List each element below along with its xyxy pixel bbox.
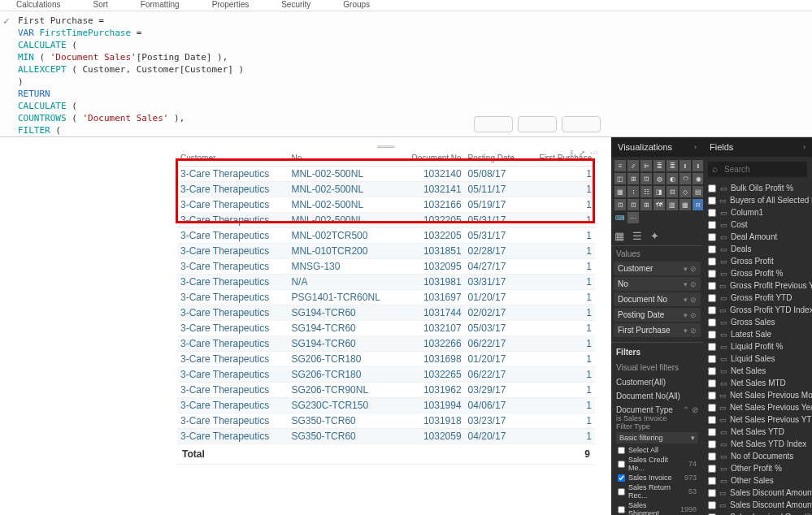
- field-well[interactable]: Document No▾ ⊘: [614, 292, 701, 306]
- viz-type-icon[interactable]: ⊞: [627, 173, 639, 184]
- viz-type-icon[interactable]: ⊟: [667, 186, 678, 197]
- drag-handle-icon[interactable]: ═══: [177, 142, 595, 150]
- more-icon[interactable]: ⋯: [590, 149, 598, 158]
- format-btn-3[interactable]: [562, 116, 601, 132]
- table-row[interactable]: 3-Care TherapeuticsSG194-TCR60103210705/…: [177, 321, 595, 336]
- field-item[interactable]: ▭Net Sales Previous YTD: [703, 413, 812, 426]
- field-well[interactable]: Customer▾ ⊘: [614, 262, 701, 275]
- viz-type-icon[interactable]: ⊡: [640, 173, 652, 184]
- fields-tab-icon[interactable]: ▦: [614, 230, 624, 242]
- viz-type-icon[interactable]: ⫾: [693, 160, 704, 171]
- field-item[interactable]: ▭Gross Profit YTD Index: [703, 304, 812, 316]
- ribbon-sort[interactable]: Sort: [76, 0, 124, 11]
- field-item[interactable]: ▭Other Profit %: [703, 462, 812, 474]
- filter-item[interactable]: Document No(All): [611, 389, 703, 403]
- ribbon-security[interactable]: Security: [265, 0, 327, 11]
- field-item[interactable]: ▭Cost: [703, 219, 812, 231]
- field-item[interactable]: ▭Net Sales: [703, 365, 812, 377]
- filter-option[interactable]: Sales Credit Me...74: [616, 455, 698, 473]
- viz-type-icon[interactable]: ◇: [680, 186, 691, 197]
- viz-type-icon[interactable]: ▥: [667, 199, 678, 210]
- table-row[interactable]: 3-Care TherapeuticsMNL-002-500NL10322050…: [177, 213, 595, 228]
- search-input[interactable]: [708, 162, 807, 177]
- field-item[interactable]: ▭Bulk Oils Profit %: [703, 182, 812, 194]
- table-row[interactable]: 3-Care TherapeuticsSG194-TCR60103226606/…: [177, 336, 595, 352]
- field-item[interactable]: ▭Latest Sale: [703, 328, 812, 340]
- field-well[interactable]: No▾ ⊘: [614, 277, 701, 291]
- clear-icon[interactable]: ⊘: [692, 405, 698, 414]
- viz-type-icon[interactable]: ⊞: [640, 199, 652, 210]
- viz-type-icon[interactable]: ⊫: [640, 160, 652, 171]
- field-item[interactable]: ▭Sales Discount Amount: [703, 487, 812, 499]
- table-row[interactable]: 3-Care TherapeuticsSG350-TCR60103191803/…: [177, 413, 595, 429]
- viz-type-icon[interactable]: ≣: [654, 160, 665, 171]
- table-row[interactable]: 3-Care TherapeuticsSG230C-TCR15010319940…: [177, 398, 595, 413]
- viz-type-icon[interactable]: ☷: [640, 186, 652, 197]
- field-item[interactable]: ▭Sales Discount Amount %: [703, 499, 812, 511]
- table-row[interactable]: 3-Care TherapeuticsPSG1401-TCR60NL103169…: [177, 290, 595, 305]
- table-row[interactable]: 3-Care TherapeuticsMNSG-130103209504/27/…: [177, 259, 595, 275]
- filter-icon[interactable]: ⩉: [570, 149, 574, 158]
- table-row[interactable]: 3-Care TherapeuticsSG206-TCR180103169801…: [177, 352, 595, 367]
- viz-type-icon[interactable]: ◨: [654, 186, 665, 197]
- field-item[interactable]: ▭Gross Profit YTD: [703, 292, 812, 304]
- viz-type-icon[interactable]: ▦: [614, 186, 626, 197]
- filter-item[interactable]: Customer(All): [611, 375, 703, 389]
- viz-type-icon[interactable]: ⫽: [627, 160, 639, 171]
- viz-type-icon[interactable]: ◍: [654, 173, 665, 184]
- field-well[interactable]: Posting Date▾ ⊘: [614, 308, 701, 322]
- field-item[interactable]: ▭Gross Profit: [703, 255, 812, 267]
- field-item[interactable]: ▭Buyers of All Selected Pr...: [703, 194, 812, 206]
- ribbon-properties[interactable]: Properties: [196, 0, 266, 11]
- filter-type-dropdown[interactable]: Basic filtering: [616, 432, 698, 444]
- format-btn-2[interactable]: [518, 116, 557, 132]
- format-tab-icon[interactable]: ☰: [632, 230, 642, 242]
- viz-type-icon[interactable]: ◫: [614, 173, 626, 184]
- table-row[interactable]: 3-Care TherapeuticsSG350-TCR60103205904/…: [177, 429, 595, 444]
- viz-type-icon[interactable]: ⬭: [680, 173, 691, 184]
- field-item[interactable]: ▭Column1: [703, 206, 812, 219]
- col-document-no[interactable]: Document No: [399, 150, 465, 167]
- report-canvas[interactable]: ═══ ⩉ ⤢ ⋯ CustomerNoDocument NoPosting D…: [0, 137, 611, 515]
- format-btn-1[interactable]: [474, 116, 513, 132]
- collapse-icon[interactable]: ⌃: [683, 405, 689, 414]
- field-item[interactable]: ▭Net Sales MTD: [703, 377, 812, 389]
- field-well[interactable]: First Purchase▾ ⊘: [614, 323, 701, 337]
- col-posting-date[interactable]: Posting Date: [465, 150, 527, 167]
- commit-check-icon[interactable]: ✓: [3, 15, 10, 27]
- viz-type-icon[interactable]: ⋯: [627, 212, 639, 223]
- table-row[interactable]: 3-Care TherapeuticsMNL-002TCR50010322050…: [177, 228, 595, 244]
- formula-editor[interactable]: ✓ First Purchase =VAR FirstTimePurchase …: [0, 11, 812, 137]
- filter-doctype-title[interactable]: Document Type: [616, 405, 673, 414]
- field-item[interactable]: ▭Deals: [703, 243, 812, 255]
- field-item[interactable]: ▭Gross Profit %: [703, 267, 812, 279]
- field-item[interactable]: ▭Net Sales Previous Month: [703, 389, 812, 401]
- table-row[interactable]: 3-Care TherapeuticsSG194-TCR60103174402/…: [177, 305, 595, 321]
- viz-type-icon[interactable]: ⊡: [627, 199, 639, 210]
- table-row[interactable]: 3-Care TherapeuticsN/A103198103/31/171: [177, 275, 595, 290]
- viz-type-icon[interactable]: ⫿: [680, 160, 691, 171]
- viz-type-icon[interactable]: ▦: [680, 199, 691, 210]
- focus-icon[interactable]: ⤢: [579, 149, 585, 158]
- viz-type-icon[interactable]: ▤: [693, 186, 704, 197]
- filter-option[interactable]: Sales Shipment1998: [616, 500, 698, 515]
- viz-type-icon[interactable]: ◐: [667, 173, 678, 184]
- viz-type-icon[interactable]: R: [693, 199, 704, 210]
- field-item[interactable]: ▭No of Documents: [703, 450, 812, 462]
- analytics-tab-icon[interactable]: ✦: [650, 230, 659, 242]
- field-item[interactable]: ▭Net Sales YTD Index: [703, 438, 812, 450]
- field-item[interactable]: ▭Gross Sales: [703, 316, 812, 328]
- table-visual[interactable]: ═══ ⩉ ⤢ ⋯ CustomerNoDocument NoPosting D…: [177, 142, 595, 465]
- table-row[interactable]: 3-Care TherapeuticsMNL-002-500NL10321410…: [177, 182, 595, 197]
- table-row[interactable]: 3-Care TherapeuticsMNL-002-500NL10321400…: [177, 167, 595, 182]
- table-row[interactable]: 3-Care TherapeuticsSG206-TCR180103226506…: [177, 367, 595, 383]
- filter-option[interactable]: Sales Return Rec...53: [616, 483, 698, 500]
- filter-option[interactable]: Sales Invoice973: [616, 473, 698, 483]
- field-item[interactable]: ▭Gross Profit Previous YTD: [703, 279, 812, 292]
- ribbon-formatting[interactable]: Formatting: [124, 0, 196, 11]
- viz-type-icon[interactable]: ⊡: [614, 199, 626, 210]
- filter-option[interactable]: Select All: [616, 445, 698, 455]
- col-customer[interactable]: Customer: [177, 150, 288, 167]
- col-no[interactable]: No: [288, 150, 399, 167]
- viz-type-icon[interactable]: ≡: [614, 160, 626, 171]
